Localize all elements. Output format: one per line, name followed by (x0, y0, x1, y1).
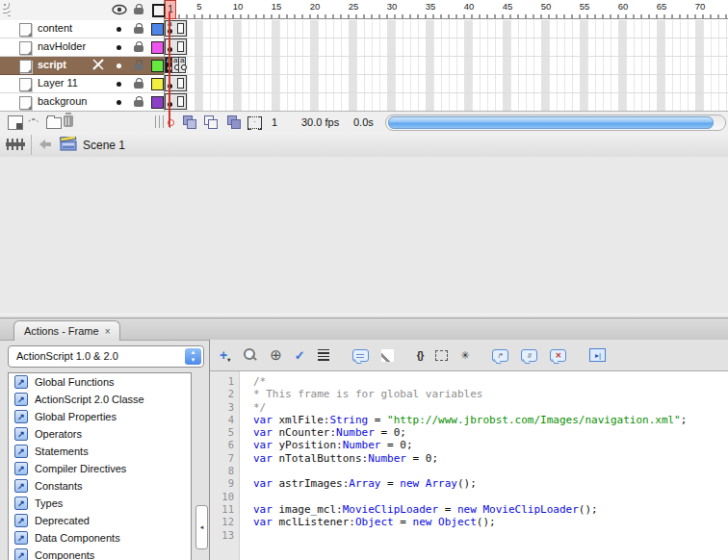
add-script-item-button[interactable]: +▾ (220, 347, 230, 363)
layer-frame-row[interactable] (165, 93, 728, 112)
timeline-scrollbar-thumb[interactable] (388, 116, 714, 129)
panel-grip-icon[interactable] (3, 3, 11, 16)
layer-name[interactable]: content (38, 22, 72, 34)
layer-row[interactable]: navHolder (0, 38, 164, 57)
layer-outline-color-swatch[interactable] (151, 41, 164, 54)
layer-row[interactable]: script (0, 57, 164, 75)
code-line[interactable] (253, 491, 728, 503)
toolbox-category-item[interactable]: ↗Components (9, 547, 191, 560)
timeline-scrollbar[interactable] (385, 115, 726, 131)
toolbox-category-item[interactable]: ↗Operators (9, 425, 191, 443)
check-syntax-button[interactable]: ✓ (295, 347, 305, 363)
layer-lock-icon[interactable] (134, 78, 144, 89)
code-line[interactable]: */ (253, 401, 728, 414)
playhead-frame-indicator[interactable]: 1 (165, 0, 176, 19)
insert-target-path-button[interactable]: ⊕ (270, 347, 282, 363)
toolbox-category-item[interactable]: ↗Compiler Directives (9, 460, 191, 477)
layer-frame-row[interactable] (165, 75, 728, 93)
toolbox-category-item[interactable]: ↗ActionScript 2.0 Classe (9, 391, 191, 408)
code-line[interactable]: var image_mcl:MovieClipLoader = new Movi… (253, 503, 728, 516)
code-line[interactable]: var nTotalButtons:Number = 0; (253, 452, 728, 465)
layer-outline-color-swatch[interactable] (151, 60, 164, 72)
timeline-toggle-icon[interactable] (6, 138, 25, 151)
toolbox-category-item[interactable]: ↗Constants (9, 477, 191, 495)
back-button[interactable] (39, 139, 52, 150)
layer-name[interactable]: script (38, 59, 66, 70)
auto-format-button[interactable] (318, 347, 329, 363)
show-code-hint-button[interactable] (352, 349, 369, 362)
stage-area[interactable] (0, 157, 728, 318)
edit-multiple-frames-button[interactable]: · (248, 116, 261, 129)
layer-visibility-dot[interactable] (117, 45, 121, 50)
layer-name[interactable]: navHolder (38, 40, 86, 52)
layer-outline-color-swatch[interactable] (151, 23, 164, 36)
scene-breadcrumb[interactable]: Scene 1 (83, 139, 125, 152)
expand-all-button[interactable]: ✳ (460, 347, 469, 363)
layer-lock-icon[interactable] (134, 41, 144, 53)
delete-layer-button[interactable] (64, 115, 73, 127)
show-hide-toolbox-button[interactable]: ▸| (589, 348, 606, 362)
eye-icon[interactable] (112, 4, 127, 15)
apply-block-comment-button[interactable]: /* (492, 349, 508, 362)
layer-lock-icon[interactable] (134, 60, 144, 71)
layer-visibility-dot[interactable] (117, 100, 121, 105)
toolbox-category-item[interactable]: ↗Global Properties (9, 408, 191, 425)
layer-outline-color-swatch[interactable] (151, 78, 164, 90)
center-frame-button[interactable] (183, 115, 197, 128)
layer-visibility-dot[interactable] (117, 27, 121, 32)
playhead-line[interactable] (169, 12, 170, 127)
code-line[interactable]: var mclListener:Object = new Object(); (253, 516, 728, 528)
layer-row[interactable]: backgroun (0, 93, 164, 112)
code-line[interactable] (253, 529, 728, 542)
collapse-toolbox-button[interactable]: ◂ (195, 505, 208, 549)
onion-skin-button[interactable] (204, 115, 219, 128)
layer-frame-row[interactable] (165, 38, 728, 57)
stepper-up-icon[interactable]: ▲ (191, 349, 196, 355)
select-stepper-icon[interactable]: ▲ ▼ (185, 348, 201, 365)
layer-row[interactable]: content (0, 20, 164, 38)
debug-options-button[interactable] (381, 349, 394, 362)
layer-visibility-dot[interactable] (117, 82, 121, 87)
insert-layer-button[interactable] (8, 115, 23, 130)
layer-name[interactable]: backgroun (38, 95, 87, 107)
action-keyframe[interactable]: a (178, 57, 186, 73)
toolbox-category-item[interactable]: ↗Types (9, 495, 191, 512)
collapse-selection-button[interactable] (435, 347, 448, 363)
layer-lock-icon[interactable] (134, 23, 144, 35)
remove-comment-button[interactable]: ✕ (550, 349, 566, 362)
layer-row[interactable]: Layer 11 (0, 75, 164, 93)
layer-frame-row[interactable]: aaa (165, 57, 728, 75)
add-motion-guide-button[interactable] (27, 115, 40, 128)
code-editor[interactable]: /** This frame is for global variables*/… (241, 371, 728, 560)
toolbox-splitter[interactable]: ◂ (190, 372, 209, 560)
code-line[interactable]: /* (253, 375, 728, 388)
layer-name[interactable]: Layer 11 (38, 77, 78, 89)
insert-layer-folder-button[interactable] (46, 117, 62, 129)
toolbox-category-item[interactable]: ↗Data Components (9, 529, 191, 547)
lock-column-icon[interactable] (134, 4, 144, 15)
onion-skin-outlines-button[interactable] (227, 115, 242, 128)
code-line[interactable]: var astrImages:Array = new Array(); (253, 477, 728, 490)
toolbox-category-item[interactable]: ↗Global Functions (9, 373, 191, 391)
layer-frame-row[interactable]: a (165, 20, 728, 38)
code-line[interactable]: var yPosition:Number = 0; (253, 439, 728, 451)
layer-visibility-dot[interactable] (117, 64, 121, 68)
frame-rate-value[interactable]: 30.0 fps (301, 116, 339, 128)
toolbox-category-item[interactable]: ↗Deprecated (9, 512, 191, 529)
stepper-down-icon[interactable]: ▼ (191, 357, 196, 363)
actionscript-version-select[interactable]: ActionScript 1.0 & 2.0 ▲ ▼ (8, 345, 204, 368)
find-button[interactable] (243, 348, 257, 363)
code-line[interactable] (253, 465, 728, 477)
frame-ruler[interactable]: 1 510152025303540455055606570 (165, 0, 728, 19)
layer-outline-color-swatch[interactable] (151, 96, 164, 109)
code-line[interactable]: * This frame is for global variables (253, 388, 728, 400)
actions-frame-tab[interactable]: Actions - Frame× (13, 320, 120, 341)
frame-grid[interactable]: aaaa (165, 20, 728, 111)
layer-lock-icon[interactable] (134, 96, 144, 108)
code-line[interactable]: var nCounter:Number = 0; (253, 426, 728, 439)
tab-close-icon[interactable]: × (105, 326, 111, 337)
panel-resize-handle[interactable] (155, 115, 165, 128)
apply-line-comment-button[interactable]: // (521, 349, 537, 362)
collapse-between-braces-button[interactable]: {} (417, 347, 424, 363)
code-line[interactable]: var xmlFile:String = "http://www.jbrobst… (253, 414, 728, 426)
